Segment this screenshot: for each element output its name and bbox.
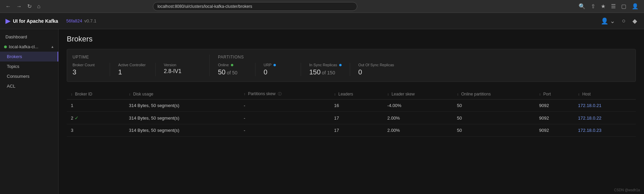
cell-port: 9092 [535,112,574,124]
sort-icon-partitions-skew: ↕ [244,92,246,96]
cell-leaders: 17 [330,112,383,124]
cell-partitions-skew: - [240,112,330,124]
version-label: Version [164,63,193,67]
address-bar[interactable]: localhost:8080/ui/clusters/local-kafka-c… [153,2,357,11]
cell-online-partitions: 50 [453,124,535,137]
cluster-id-badge[interactable]: 56fa824 [66,18,82,23]
stats-card: Uptime Broker Count 3 Active Controller … [67,49,636,82]
user-menu-button[interactable]: 👤 ⌄ [599,17,616,25]
sort-icon-port: ↕ [539,92,541,96]
online-label: Online [218,63,229,67]
online-value: 50 [218,68,225,76]
cell-leader-skew: -4.00% [383,100,453,112]
stat-active-controller: Active Controller 1 [118,63,156,76]
profile-icon[interactable]: 👤 [630,2,640,10]
out-of-sync-label: Out Of Sync Replicas [358,63,394,67]
sidebar-item-topics[interactable]: Topics [0,61,58,71]
stat-version: Version 2.8-IV1 [164,63,201,76]
logo-arrow-icon: ▶ [5,17,10,25]
col-port[interactable]: ↕ Port [535,89,574,100]
cell-broker-id: 2✓ [67,112,125,124]
col-disk-usage[interactable]: ↕ Disk usage [125,89,240,100]
cell-online-partitions: 50 [453,112,535,124]
github-icon[interactable]: ○ [621,17,627,25]
bookmark-icon[interactable]: ★ [599,2,607,10]
brokers-label: Brokers [7,54,22,59]
active-controller-label: Active Controller [118,63,147,67]
browser-actions: 🔍 ⇧ ★ ☰ ▢ 👤 [577,2,640,10]
active-controller-value: 1 [118,68,147,76]
cell-disk-usage: 314 Bytes, 50 segment(s) [125,112,240,124]
col-leaders[interactable]: ↕ Leaders [330,89,383,100]
app-logo: ▶ UI for Apache Kafka [5,17,58,25]
cell-port: 9092 [535,100,574,112]
col-host[interactable]: ↕ Host [574,89,636,100]
chevron-up-icon: ▲ [51,45,54,49]
cluster-name: local-kafka-cl... [9,44,38,49]
header-right: 👤 ⌄ ○ ◆ [599,17,639,25]
main-content: Brokers Uptime Broker Count 3 Active Con… [59,29,644,194]
cell-host[interactable]: 172.18.0.21 [574,100,636,112]
stat-urp: URP 0 [264,63,301,76]
nav-back-button[interactable]: ← [4,2,12,11]
share-icon[interactable]: ⇧ [590,2,597,10]
cell-broker-id: 1 [67,100,125,112]
acl-label: ACL [7,84,15,89]
cell-host[interactable]: 172.18.0.22 [574,112,636,124]
partitions-stats-items: Online 50 of 50 URP 0 [218,63,402,76]
uptime-section-title: Uptime [73,55,201,59]
sidebar-item-brokers[interactable]: Brokers [0,52,58,61]
cell-leaders: 17 [330,124,383,137]
col-broker-id[interactable]: ↕ Broker ID [67,89,125,100]
cell-partitions-skew: - [240,124,330,137]
online-of: of 50 [227,70,237,75]
table-row: 3 314 Bytes, 50 segment(s) - 17 2.00% 50… [67,124,636,137]
extensions-icon[interactable]: ☰ [610,2,617,10]
stat-in-sync: In Sync Replicas 150 of 150 [309,63,350,76]
nav-forward-button[interactable]: → [15,2,23,11]
in-sync-value: 150 [309,68,320,76]
cell-disk-usage: 314 Bytes, 50 segment(s) [125,100,240,112]
sidebar-item-dashboard[interactable]: Dashboard [0,32,58,42]
active-controller-check-icon: ✓ [75,115,79,121]
sort-icon-broker-id: ↕ [71,92,73,96]
browser-chrome: ← → ↻ ⌂ localhost:8080/ui/clusters/local… [0,0,644,13]
online-value-row: 50 of 50 [218,68,247,76]
in-sync-dot [339,64,342,66]
table-row: 2✓ 314 Bytes, 50 segment(s) - 17 2.00% 5… [67,112,636,124]
topics-label: Topics [7,64,19,69]
in-sync-label: In Sync Replicas [309,63,337,67]
main-layout: Dashboard local-kafka-cl... ▲ Brokers To… [0,29,644,194]
sidebar-item-consumers[interactable]: Consumers [0,71,58,81]
table-body: 1 314 Bytes, 50 segment(s) - 16 -4.00% 5… [67,100,636,137]
cell-partitions-skew: - [240,100,330,112]
sort-icon-host: ↕ [578,92,580,96]
in-sync-of: of 150 [322,70,335,75]
in-sync-label-row: In Sync Replicas [309,63,342,67]
stat-broker-count: Broker Count 3 [73,63,110,76]
sidebar: Dashboard local-kafka-cl... ▲ Brokers To… [0,29,59,194]
broker-count-value: 3 [73,68,101,76]
sidebar-item-acl[interactable]: ACL [0,81,58,91]
out-of-sync-value: 0 [358,68,394,76]
col-leader-skew[interactable]: ↕ Leader skew [383,89,453,100]
col-online-partitions[interactable]: ↕ Online partitions [453,89,535,100]
nav-home-button[interactable]: ⌂ [36,2,42,11]
stat-online: Online 50 of 50 [218,63,255,76]
cell-broker-id: 3 [67,124,125,137]
sidebar-cluster-header[interactable]: local-kafka-cl... ▲ [0,42,58,52]
search-icon[interactable]: 🔍 [577,2,587,10]
urp-label-row: URP [264,63,293,67]
cell-leaders: 16 [330,100,383,112]
cell-leader-skew: 2.00% [383,124,453,137]
urp-value: 0 [264,68,293,76]
url-text: localhost:8080/ui/clusters/local-kafka-c… [157,4,252,9]
window-icon[interactable]: ▢ [620,2,628,10]
partitions-section: Partitions Online 50 of 50 [218,55,402,76]
uptime-section: Uptime Broker Count 3 Active Controller … [73,55,201,76]
info-icon-partitions-skew[interactable]: ⓘ [278,92,282,96]
nav-refresh-button[interactable]: ↻ [26,2,33,11]
cell-host[interactable]: 172.18.0.23 [574,124,636,137]
discord-icon[interactable]: ◆ [631,17,639,25]
col-partitions-skew[interactable]: ↕ Partitions skew ⓘ [240,89,330,100]
